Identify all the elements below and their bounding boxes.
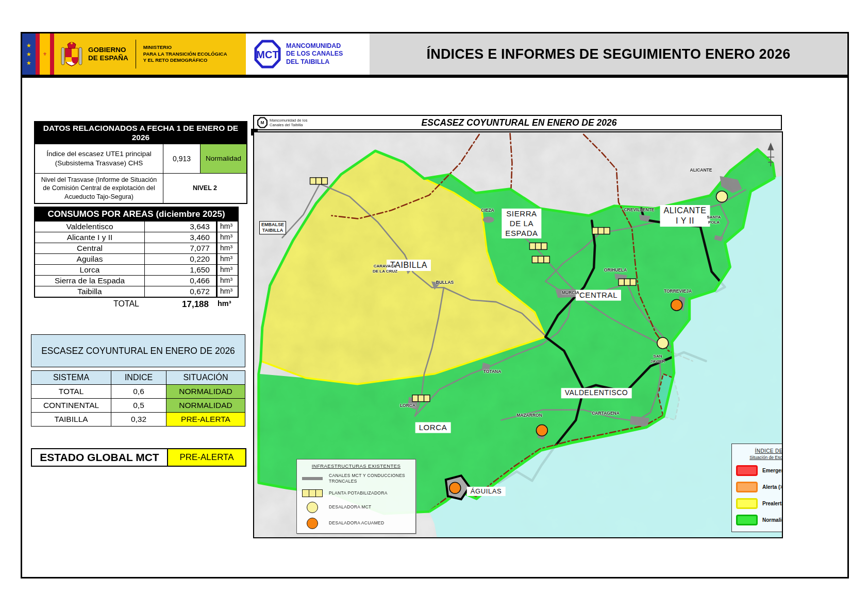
area-name: Lorca: [35, 264, 144, 275]
escasez-legend-subtitle: Situación de Escasez conyuntural: [736, 455, 783, 460]
area-unit: hm³: [216, 253, 238, 264]
legend-item: Emergencia (<=0,15): [736, 465, 783, 476]
desaladora-acuamed-icon: [671, 299, 682, 311]
mct-mini-logo-icon: M: [257, 117, 268, 128]
map: TAIBILLA SIERRA DE LA ESPADA ALICANTE I …: [253, 131, 783, 538]
city-label-caravaca: CARAVACA DE LA CRUZ: [373, 264, 397, 274]
col-sistema: SISTEMA: [31, 371, 111, 384]
escasez-block: ESCASEZ COYUNTURAL EN ENERO DE 2026 SIST…: [31, 334, 245, 427]
area-name: Taibilla: [35, 286, 144, 297]
escasez-table: SISTEMA INDICE SITUACIÓN TOTAL 0,6 NORMA…: [31, 370, 245, 427]
content: DATOS RELACIONADOS A FECHA 1 DE ENERO DE…: [21, 76, 849, 578]
table-row: Alicante I y II 3,460 hm³: [35, 232, 238, 243]
sistema-cell: TAIBILLA: [31, 412, 111, 426]
prealerta-swatch: [736, 498, 758, 509]
ministerio-label: MINISTERIO PARA LA TRANSICIÓN ECOLÓGICA …: [143, 44, 227, 64]
table-row: Nivel del Trasvase (Informe de Situación…: [35, 173, 246, 203]
area-label-aguilas: ÁGUILAS: [467, 487, 506, 496]
map-title: ESCASEZ COYUNTURAL EN ENERO DE 2026: [355, 117, 781, 128]
legend-item: PLANTA POTABILIZADORA: [301, 489, 411, 497]
ministry-block: GOBIERNO DE ESPAÑA MINISTERIO PARA LA TR…: [54, 33, 246, 75]
city-label-bullas: BULLAS: [436, 280, 454, 285]
area-unit: hm³: [216, 264, 238, 275]
area-value: 0,466: [144, 275, 216, 286]
estado-global-value: PRE-ALERTA: [168, 448, 246, 467]
gobierno-line2: DE ESPAÑA: [88, 54, 128, 62]
desaladora-mct-icon: [716, 191, 728, 202]
city-label-san-javier: SAN JAVIER: [650, 354, 665, 364]
situacion-cell: NORMALIDAD: [166, 384, 245, 398]
total-label: TOTAL: [34, 299, 143, 310]
svg-text:MCT: MCT: [256, 49, 278, 60]
city-label-crevillente: CREVILLENTE: [624, 207, 654, 212]
normalidad-swatch: [736, 515, 758, 525]
map-brand-label: Mancomunidad de los Canales del Taibilla: [270, 118, 307, 127]
datos-table-title: DATOS RELACIONADOS A FECHA 1 DE ENERO DE…: [35, 122, 246, 144]
col-situacion: SITUACIÓN: [166, 371, 245, 384]
consumos-table-title: CONSUMOS POR AREAS (diciembre 2025): [35, 208, 238, 221]
datos-row2-label: Nivel del Trasvase (Informe de Situación…: [35, 173, 163, 203]
indice-cell: 0,5: [111, 398, 166, 412]
area-name: Central: [35, 243, 144, 253]
area-value: 1,650: [144, 264, 216, 275]
datos-table: DATOS RELACIONADOS A FECHA 1 DE ENERO DE…: [34, 121, 247, 204]
header-divider: [136, 40, 136, 69]
desaladora-mct-icon: [301, 502, 324, 513]
area-value: 7,077: [144, 243, 216, 253]
table-row: Índice del escasez UTE1 principal (Subsi…: [35, 144, 246, 173]
planta-potabilizadora-icon: [301, 489, 324, 497]
sistema-cell: TOTAL: [31, 384, 111, 398]
area-label-central: CENTRAL: [576, 290, 621, 301]
city-label-mazarron: MAZARRON: [516, 413, 542, 418]
area-unit: hm³: [216, 221, 238, 232]
area-unit: hm³: [216, 275, 238, 286]
legend-item: Prealerta (>0,30<=0,50): [736, 498, 783, 509]
datos-row1-value: 0,913: [163, 144, 200, 173]
area-value: 3,460: [144, 232, 216, 243]
escasez-legend: ÍNDICE DE ESCASEZ Situación de Escasez c…: [731, 444, 783, 532]
sistema-cell: CONTINENTAL: [31, 398, 111, 412]
svg-text:M: M: [260, 120, 264, 125]
area-label-alicante: ALICANTE I Y II: [660, 205, 710, 227]
area-label-valdelentisco: VALDELENTISCO: [561, 388, 632, 398]
mct-logo-icon: MCT: [254, 40, 281, 69]
city-label-cieza: CIEZA: [481, 208, 494, 213]
page-title: ÍNDICES E INFORMES DE SEGUIMIENTO ENERO …: [427, 46, 791, 62]
estado-global: ESTADO GLOBAL MCT PRE-ALERTA: [31, 448, 246, 467]
mct-brand-label: MANCOMUNIDAD DE LOS CANALES DEL TAIBILLA: [286, 42, 343, 66]
city-label-totana: TOTANA: [483, 369, 502, 374]
gobierno-label: GOBIERNO DE ESPAÑA: [88, 46, 128, 62]
city-label-cartagena: CARTAGENA: [592, 411, 620, 416]
area-name: Valdelentisco: [35, 221, 144, 232]
situacion-cell: PRE-ALERTA: [166, 412, 245, 426]
col-indice: INDICE: [111, 371, 166, 384]
city-label-orihuela: ORIHUELA: [604, 267, 627, 273]
legend-item: DESALADORA ACUAMED: [301, 518, 411, 529]
table-row: Valdelentisco 3,643 hm³: [35, 221, 238, 232]
planta-potabilizadora-icon: [529, 243, 547, 249]
area-value: 3,643: [144, 221, 216, 232]
table-row: Aguilas 0,220 hm³: [35, 253, 238, 264]
area-label-lorca: LORCA: [415, 422, 451, 433]
mct-brand-block: MCT MANCOMUNIDAD DE LOS CANALES DEL TAIB…: [246, 33, 370, 75]
area-unit: hm³: [216, 286, 238, 297]
title-band: ÍNDICES E INFORMES DE SEGUIMIENTO ENERO …: [370, 33, 847, 75]
city-label-lorca: LORCA: [400, 403, 415, 408]
table-header-row: SISTEMA INDICE SITUACIÓN: [31, 371, 245, 384]
escasez-legend-title: ÍNDICE DE ESCASEZ: [736, 448, 783, 454]
area-value: 0,672: [144, 286, 216, 297]
city-label-santa-pola: SANTA POLA: [707, 215, 721, 225]
report-page: ★★★ ⚜ GOBIERNO DE ESPAÑA: [0, 0, 868, 613]
area-name: Alicante I y II: [35, 232, 144, 243]
indice-cell: 0,32: [111, 412, 166, 426]
consumos-table: CONSUMOS POR AREAS (diciembre 2025) Vald…: [34, 207, 239, 310]
table-row: Sierra de la Espada 0,466 hm³: [35, 275, 238, 286]
planta-potabilizadora-icon: [310, 178, 328, 184]
consumos-total-row: TOTAL 17,188 hm³: [34, 299, 239, 310]
table-row: CONTINENTAL 0,5 NORMALIDAD: [31, 398, 245, 412]
planta-potabilizadora-icon: [532, 256, 549, 263]
situacion-cell: NORMALIDAD: [166, 398, 245, 412]
planta-potabilizadora-icon: [592, 228, 610, 234]
map-titlebar: M Mancomunidad de los Canales del Taibil…: [253, 115, 782, 130]
table-row: Central 7,077 hm³: [35, 243, 238, 253]
